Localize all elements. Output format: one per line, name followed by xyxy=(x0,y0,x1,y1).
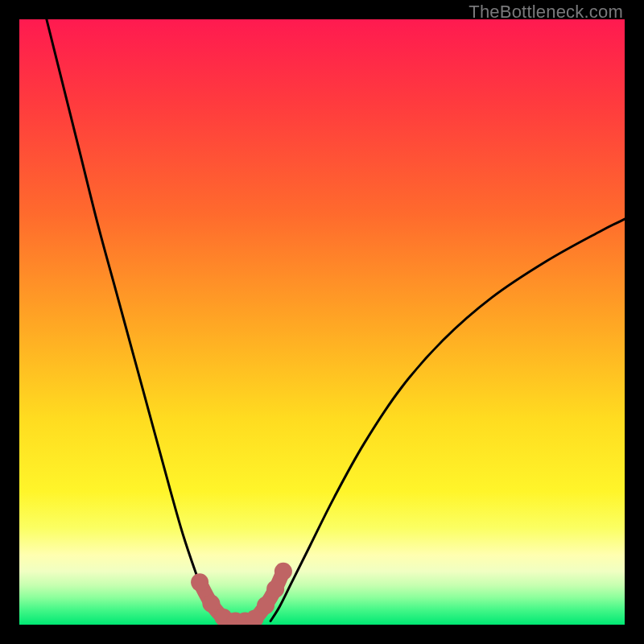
chart-frame: TheBottleneck.com xyxy=(0,0,644,644)
trough-marker xyxy=(275,563,292,580)
left-curve xyxy=(47,19,221,621)
trough-marker xyxy=(257,597,275,614)
right-curve xyxy=(270,219,625,621)
chart-curves xyxy=(19,19,625,625)
plot-area xyxy=(19,19,625,625)
trough-marker xyxy=(266,580,284,598)
trough-marker xyxy=(202,595,220,613)
watermark-text: TheBottleneck.com xyxy=(469,2,623,23)
trough-marker xyxy=(191,573,208,591)
